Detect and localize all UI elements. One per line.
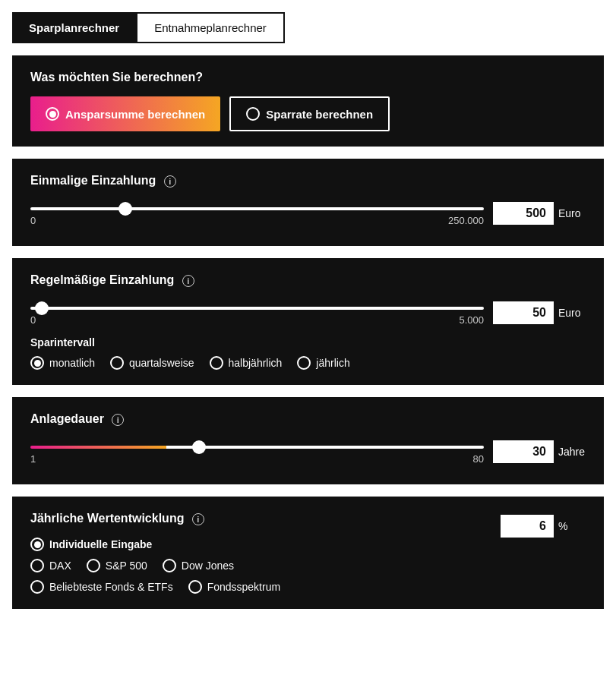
jaehrliche-unit: % [558,520,586,532]
einmalige-slider[interactable] [30,207,484,210]
anlagedauer-unit: Jahre [558,446,586,458]
einmalige-value-wrapper: Euro [493,202,586,225]
section-regelmaessige-einzahlung: Regelmäßige Einzahlung i 0 5.000 Euro Sp… [12,258,604,385]
jaehrliche-value-input[interactable] [501,515,554,538]
option-fondsspektrum[interactable]: Fondsspektrum [188,580,280,594]
anlagedauer-slider[interactable] [30,446,484,449]
regelmaessige-max: 5.000 [459,314,484,326]
tabs-container: Sparplanrechner Entnahmeplanrechner [0,0,616,43]
einmalige-einzahlung-title: Einmalige Einzahlung i [30,174,586,188]
option-dax-label: DAX [49,560,71,572]
regelmaessige-title: Regelmäßige Einzahlung i [30,273,586,287]
section-anlagedauer: Anlagedauer i 1 80 Jahre [12,397,604,484]
option-sp500-label: S&P 500 [106,560,147,572]
jaehrliche-top: Jährliche Wertentwicklung i Individuelle… [30,512,586,594]
anlagedauer-value-wrapper: Jahre [493,440,586,463]
jaehrliche-right: % [501,512,586,538]
regelmaessige-unit: Euro [558,307,586,319]
sparintervall-jaehrlich[interactable]: jährlich [297,356,349,370]
tab-sparplanrechner[interactable]: Sparplanrechner [12,12,136,43]
radio-fondsspektrum-icon [188,580,202,594]
radio-beliebteste-icon [30,580,44,594]
sparintervall-monatlich[interactable]: monatlich [30,356,95,370]
einmalige-unit: Euro [558,207,586,219]
tab-entnahmeplanrechner[interactable]: Entnahmeplanrechner [136,12,285,43]
option-sparrate-label: Sparrate berechnen [266,108,373,121]
anlagedauer-slider-container: 1 80 [30,438,484,465]
option-beliebteste[interactable]: Beliebteste Fonds & ETFs [30,580,173,594]
sparintervall-halbjaehrlich-label: halbjährlich [229,357,283,369]
radio-sparrate-icon [246,107,260,121]
jaehrliche-options: Individuelle Eingabe DAX S&P 500 Dow Jon… [30,538,501,594]
section-was-berechnen-title: Was möchten Sie berechnen? [30,71,586,84]
anlagedauer-info-icon[interactable]: i [112,414,124,426]
einmalige-min: 0 [30,215,36,226]
regelmaessige-slider-minmax: 0 5.000 [30,314,484,326]
anlagedauer-slider-minmax: 1 80 [30,453,484,465]
sparintervall-jaehrlich-label: jährlich [316,357,349,369]
einmalige-max: 250.000 [448,215,484,226]
radio-individuelle-icon [30,538,44,551]
regelmaessige-info-icon[interactable]: i [182,275,194,287]
sparintervall-monatlich-label: monatlich [49,357,95,369]
regelmaessige-slider[interactable] [30,307,484,310]
sparintervall-title: Sparintervall [30,336,586,348]
radio-jaehrlich-icon [297,356,311,370]
sparintervall-halbjaehrlich[interactable]: halbjährlich [210,356,283,370]
sparintervall-radio-group: monatlich quartalsweise halbjährlich jäh… [30,356,586,370]
radio-quartalsweise-icon [110,356,124,370]
radio-dax-icon [30,559,44,572]
calculate-options: Ansparsumme berechnen Sparrate berechnen [30,96,586,131]
section-einmalige-einzahlung: Einmalige Einzahlung i 0 250.000 Euro [12,159,604,246]
jaehrliche-left: Jährliche Wertentwicklung i Individuelle… [30,512,501,594]
option-beliebteste-label: Beliebteste Fonds & ETFs [49,581,173,593]
einmalige-slider-minmax: 0 250.000 [30,215,484,226]
jaehrliche-title: Jährliche Wertentwicklung i [30,512,501,525]
anlagedauer-max: 80 [473,453,484,465]
sparintervall-quartalsweise[interactable]: quartalsweise [110,356,194,370]
option-dowjones-label: Dow Jones [182,560,234,572]
option-ansparsumme[interactable]: Ansparsumme berechnen [30,96,220,131]
option-ansparsumme-label: Ansparsumme berechnen [65,108,205,121]
regelmaessige-value-wrapper: Euro [493,301,586,324]
regelmaessige-min: 0 [30,314,36,326]
radio-sp500-icon [87,559,100,572]
section-was-berechnen: Was möchten Sie berechnen? Ansparsumme b… [12,55,604,147]
sparintervall-quartalsweise-label: quartalsweise [129,357,194,369]
jaehrliche-info-icon[interactable]: i [192,513,204,525]
einmalige-value-input[interactable] [493,202,554,225]
option-sparrate[interactable]: Sparrate berechnen [229,96,390,131]
regelmaessige-slider-container: 0 5.000 [30,299,484,326]
radio-ansparsumme-icon [46,107,59,121]
einmalige-slider-row: 0 250.000 Euro [30,200,586,226]
jaehrliche-row-2: DAX S&P 500 Dow Jones [30,559,501,572]
option-sp500[interactable]: S&P 500 [87,559,147,572]
section-jaehrliche-wertentwicklung: Jährliche Wertentwicklung i Individuelle… [12,497,604,609]
option-fondsspektrum-label: Fondsspektrum [207,581,280,593]
option-individuelle-label: Individuelle Eingabe [49,538,152,550]
anlagedauer-slider-row: 1 80 Jahre [30,438,586,465]
einmalige-einzahlung-info-icon[interactable]: i [164,175,176,188]
regelmaessige-value-input[interactable] [493,301,554,324]
radio-monatlich-icon [30,356,44,370]
radio-halbjaehrlich-icon [210,356,223,370]
jaehrliche-row-3: Beliebteste Fonds & ETFs Fondsspektrum [30,580,501,594]
option-dowjones[interactable]: Dow Jones [163,559,234,572]
anlagedauer-title: Anlagedauer i [30,412,586,426]
anlagedauer-min: 1 [30,453,36,465]
radio-dowjones-icon [163,559,176,572]
einmalige-slider-container: 0 250.000 [30,200,484,226]
anlagedauer-value-input[interactable] [493,440,554,463]
option-dax[interactable]: DAX [30,559,71,572]
regelmaessige-slider-row: 0 5.000 Euro [30,299,586,326]
option-individuelle[interactable]: Individuelle Eingabe [30,538,501,551]
